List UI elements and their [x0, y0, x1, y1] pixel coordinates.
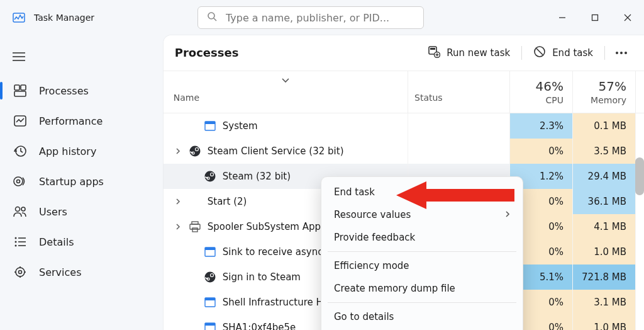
scrollbar-thumb[interactable] — [635, 157, 644, 195]
context-menu-item[interactable]: End task — [321, 181, 523, 203]
close-button[interactable] — [611, 3, 644, 33]
context-menu-label: Go to details — [334, 311, 394, 322]
context-menu-separator — [328, 251, 516, 252]
minimize-button[interactable] — [546, 3, 579, 33]
sidebar-item-processes[interactable]: Processes — [0, 76, 164, 106]
chevron-right-icon — [505, 210, 510, 220]
process-icon — [189, 195, 201, 208]
process-icon — [189, 220, 201, 233]
sidebar-item-performance[interactable]: Performance — [0, 106, 164, 136]
memory-percent: 57% — [599, 79, 626, 94]
process-memory-cell: 1.0 MB — [572, 315, 635, 330]
column-memory-header[interactable]: 57% Memory — [572, 71, 635, 113]
process-memory-cell: 0.1 MB — [572, 113, 635, 139]
table-row[interactable]: System2.3%0.1 MB — [164, 113, 644, 139]
process-cpu-cell: 0% — [509, 139, 572, 164]
process-icon — [204, 170, 216, 183]
end-task-label: End task — [552, 47, 593, 59]
svg-rect-63 — [205, 323, 215, 326]
process-name: Spooler SubSystem App — [208, 221, 321, 232]
services-icon — [13, 265, 28, 280]
sidebar-item-label: Processes — [39, 85, 89, 97]
sidebar-item-services[interactable]: Services — [0, 257, 164, 287]
scroll-gutter — [635, 239, 644, 265]
svg-point-15 — [14, 177, 23, 186]
svg-rect-61 — [205, 298, 215, 300]
context-menu-item[interactable]: Create memory dump file — [321, 277, 523, 300]
sidebar-item-label: Startup apps — [39, 176, 104, 188]
process-name: Steam Client Service (32 bit) — [208, 145, 344, 157]
process-memory-cell: 36.1 MB — [572, 189, 635, 214]
process-memory-cell: 3.5 MB — [572, 139, 635, 164]
svg-point-38 — [616, 52, 618, 54]
process-icon — [204, 246, 216, 258]
svg-point-47 — [204, 171, 215, 182]
svg-point-56 — [204, 272, 215, 283]
column-status-header[interactable]: Status — [408, 71, 509, 113]
svg-rect-53 — [192, 228, 197, 232]
titlebar: Task Manager — [0, 0, 644, 35]
scroll-gutter — [635, 315, 644, 330]
end-task-button[interactable]: End task — [527, 42, 599, 64]
column-name-label: Name — [174, 93, 199, 103]
context-menu-label: Provide feedback — [334, 232, 415, 243]
svg-line-2 — [214, 18, 216, 21]
app-title: Task Manager — [34, 13, 94, 23]
performance-icon — [13, 113, 28, 128]
column-headers: Name Status 46% CPU 57% Memory — [164, 71, 644, 113]
users-icon — [13, 204, 28, 219]
expand-chevron-icon[interactable] — [174, 198, 182, 205]
svg-rect-55 — [205, 248, 215, 250]
svg-point-40 — [625, 52, 627, 54]
svg-point-25 — [16, 268, 25, 276]
process-status-cell — [408, 139, 509, 164]
context-menu-item[interactable]: Resource values — [321, 203, 523, 226]
svg-line-37 — [536, 48, 543, 55]
sidebar-item-app-history[interactable]: App history — [0, 136, 164, 166]
svg-point-1 — [208, 13, 214, 19]
process-name: Sign in to Steam — [223, 271, 301, 283]
context-menu-item[interactable]: Go to details — [321, 305, 523, 328]
process-memory-cell: 721.8 MB — [572, 265, 635, 290]
history-icon — [13, 144, 28, 159]
process-memory-cell: 3.1 MB — [572, 290, 635, 315]
column-cpu-header[interactable]: 46% CPU — [509, 71, 572, 113]
run-new-task-button[interactable]: Run new task — [421, 42, 516, 64]
context-menu-item[interactable]: Provide feedback — [321, 226, 523, 249]
scroll-gutter — [635, 265, 644, 290]
scroll-gutter — [635, 113, 644, 139]
more-button[interactable] — [610, 47, 633, 59]
svg-point-43 — [189, 146, 200, 157]
expand-chevron-icon[interactable] — [174, 224, 182, 230]
process-memory-cell: 1.0 MB — [572, 239, 635, 265]
sidebar-item-details[interactable]: Details — [0, 227, 164, 257]
svg-point-17 — [16, 207, 20, 212]
expand-chevron-icon[interactable] — [174, 148, 182, 154]
search-box[interactable] — [197, 6, 424, 29]
scroll-gutter — [635, 214, 644, 239]
cpu-percent: 46% — [536, 79, 564, 94]
panel-title: Processes — [175, 46, 239, 59]
run-task-icon — [428, 45, 440, 60]
process-icon — [204, 321, 216, 330]
sidebar-item-label: Details — [39, 236, 74, 248]
toolbar-separator — [521, 46, 522, 60]
scroll-gutter — [635, 71, 644, 113]
svg-point-23 — [15, 245, 17, 247]
hamburger-button[interactable] — [0, 48, 164, 76]
process-icon — [189, 145, 201, 157]
process-name: SHA1:0xf4be5e — [223, 322, 296, 330]
column-name-header[interactable]: Name — [164, 71, 408, 113]
sidebar-item-users[interactable]: Users — [0, 196, 164, 227]
search-input[interactable] — [226, 12, 414, 24]
svg-rect-10 — [14, 85, 19, 90]
process-icon — [204, 120, 216, 132]
table-row[interactable]: Steam Client Service (32 bit)0%3.5 MB — [164, 139, 644, 164]
svg-point-39 — [620, 52, 623, 54]
sidebar-item-label: Users — [39, 206, 67, 218]
svg-rect-52 — [190, 224, 200, 229]
sidebar-item-startup-apps[interactable]: Startup apps — [0, 166, 164, 196]
context-menu-item[interactable]: Efficiency mode — [321, 254, 523, 277]
maximize-button[interactable] — [579, 3, 611, 33]
end-task-icon — [533, 45, 546, 60]
